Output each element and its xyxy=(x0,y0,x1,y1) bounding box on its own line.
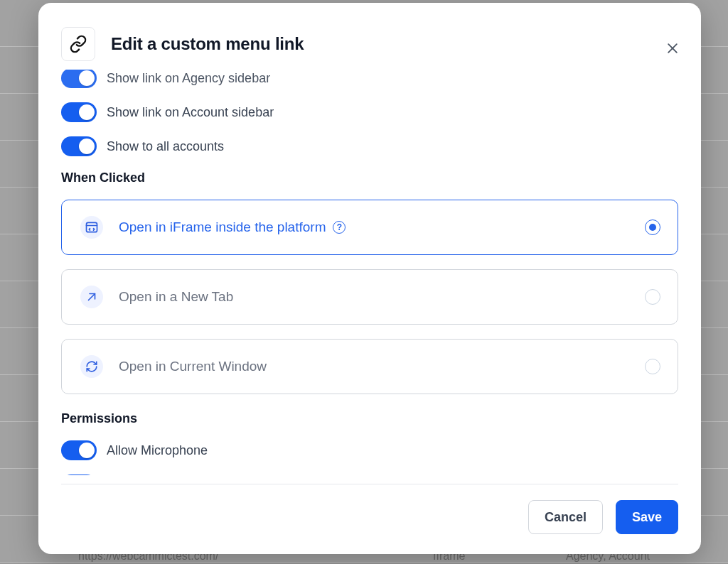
cancel-button[interactable]: Cancel xyxy=(528,500,603,534)
svg-line-4 xyxy=(89,294,95,300)
toggle-account-sidebar-label: Show link on Account sidebar xyxy=(107,105,274,120)
link-icon xyxy=(61,27,95,61)
toggle-allow-microphone[interactable] xyxy=(61,440,97,460)
when-clicked-heading: When Clicked xyxy=(61,170,678,185)
svg-rect-2 xyxy=(87,222,97,232)
toggle-allow-microphone-row: Allow Microphone xyxy=(61,440,678,460)
toggle-all-accounts-row: Show to all accounts xyxy=(61,136,678,156)
modal-body: Show link on Agency sidebar Show link on… xyxy=(38,70,701,475)
option-open-new-tab-label: Open in a New Tab xyxy=(119,289,629,305)
refresh-icon xyxy=(80,355,103,378)
toggle-agency-sidebar[interactable] xyxy=(61,70,97,88)
option-open-current-window[interactable]: Open in Current Window xyxy=(61,339,678,394)
toggle-allow-camera-row: Allow Camera xyxy=(61,474,678,475)
iframe-icon xyxy=(80,216,103,239)
toggle-account-sidebar[interactable] xyxy=(61,102,97,122)
close-button[interactable] xyxy=(663,38,682,58)
save-button[interactable]: Save xyxy=(616,500,678,534)
option-open-iframe-label: Open in iFrame inside the platform ? xyxy=(119,219,629,235)
toggle-account-sidebar-row: Show link on Account sidebar xyxy=(61,102,678,122)
toggle-all-accounts-label: Show to all accounts xyxy=(107,139,224,154)
toggle-allow-microphone-label: Allow Microphone xyxy=(107,443,208,458)
close-icon xyxy=(665,41,680,55)
modal-footer: Cancel Save xyxy=(61,484,678,554)
option-open-iframe-radio[interactable] xyxy=(645,219,660,235)
option-open-new-tab[interactable]: Open in a New Tab xyxy=(61,269,678,325)
permissions-heading: Permissions xyxy=(61,411,678,426)
toggle-agency-sidebar-label: Show link on Agency sidebar xyxy=(107,71,270,86)
option-open-iframe[interactable]: Open in iFrame inside the platform ? xyxy=(61,200,678,255)
option-open-current-window-radio[interactable] xyxy=(645,359,660,374)
option-open-new-tab-radio[interactable] xyxy=(645,289,660,305)
modal-title: Edit a custom menu link xyxy=(111,34,304,54)
help-icon[interactable]: ? xyxy=(333,221,346,234)
new-tab-icon xyxy=(80,286,103,308)
toggle-all-accounts[interactable] xyxy=(61,136,97,156)
modal-header: Edit a custom menu link xyxy=(38,3,701,70)
edit-custom-menu-link-modal: Edit a custom menu link Show link on Age… xyxy=(38,3,701,554)
option-open-current-window-label: Open in Current Window xyxy=(119,359,629,374)
toggle-agency-sidebar-row: Show link on Agency sidebar xyxy=(61,70,678,88)
toggle-allow-camera[interactable] xyxy=(61,474,97,475)
